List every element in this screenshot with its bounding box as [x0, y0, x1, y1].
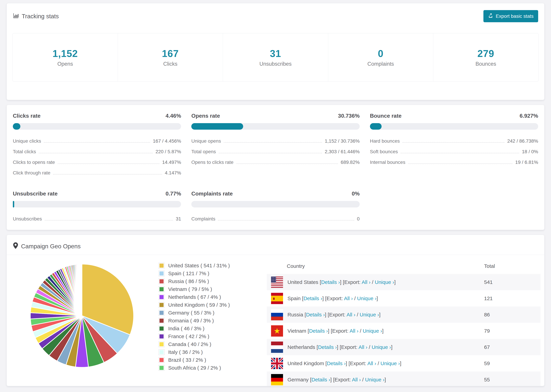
- legend-label: Germany ( 55 / 3% ): [168, 310, 214, 316]
- legend-label: Vietnam ( 79 / 5% ): [168, 286, 212, 292]
- details-link[interactable]: Details ›: [318, 344, 337, 350]
- rate-title: Bounce rate: [370, 113, 402, 119]
- stat-cell-opens: 1,152 Opens: [13, 33, 118, 81]
- rate-value: 0%: [352, 190, 360, 197]
- export-all-link[interactable]: All ›: [359, 344, 367, 350]
- tracking-stats-card: Tracking stats Export basic stats 1,152 …: [7, 3, 544, 100]
- legend-swatch: [159, 318, 164, 324]
- export-unique-link[interactable]: Unique ›: [357, 295, 376, 301]
- rate-stat-row: Unique clicks 167 / 4.456%: [13, 136, 181, 147]
- legend-item-in[interactable]: India ( 46 / 3% ): [159, 326, 263, 331]
- legend-label: United Kingdom ( 59 / 3% ): [168, 302, 230, 308]
- export-all-link[interactable]: All ›: [362, 279, 371, 285]
- rate-block-clicks-rate: Clicks rate 4.46% Unique clicks 167 / 4.…: [13, 113, 181, 178]
- export-unique-link[interactable]: Unique ›: [360, 312, 379, 317]
- rate-value: 4.46%: [166, 113, 181, 119]
- stat-value: 31: [270, 48, 281, 59]
- country-name: Germany [: [288, 377, 311, 382]
- geo-table-row-ru: Russia [Details ›] [Export: All › / Uniq…: [267, 307, 541, 323]
- details-link[interactable]: Details ›: [306, 312, 325, 317]
- geo-table-row-vn: ★ Vietnam [Details ›] [Export: All › / U…: [267, 323, 541, 339]
- rate-stat-label: Soft bounces: [370, 149, 398, 154]
- legend-item-us[interactable]: United States ( 541 / 31% ): [159, 263, 263, 268]
- rate-stat-value: 220 / 5.87%: [155, 149, 181, 154]
- export-unique-link[interactable]: Unique ›: [375, 279, 394, 285]
- rate-progress-track: [13, 201, 181, 207]
- legend-item-vn[interactable]: Vietnam ( 79 / 5% ): [159, 286, 263, 292]
- legend-label: Spain ( 121 / 7% ): [168, 271, 209, 276]
- bar-chart-icon: [13, 13, 19, 20]
- legend-swatch: [159, 357, 164, 363]
- export-all-link[interactable]: All ›: [346, 312, 355, 317]
- legend-item-fr[interactable]: France ( 42 / 2% ): [159, 334, 263, 339]
- rate-stat-row: Complaints 0: [191, 214, 360, 224]
- dotted-leader: [224, 142, 322, 143]
- details-link[interactable]: Details ›: [311, 377, 330, 382]
- export-unique-link[interactable]: Unique ›: [381, 361, 400, 366]
- legend-item-es[interactable]: Spain ( 121 / 7% ): [159, 271, 263, 276]
- legend-label: United States ( 541 / 31% ): [168, 263, 230, 268]
- rate-progress-fill: [191, 123, 243, 130]
- legend-swatch: [159, 302, 164, 308]
- export-unique-link[interactable]: Unique ›: [365, 377, 384, 382]
- export-all-link[interactable]: All ›: [352, 377, 361, 382]
- rate-stat-value: 14.497%: [162, 160, 181, 165]
- flag-spain: [271, 293, 283, 304]
- rate-stat-label: Total clicks: [13, 149, 36, 154]
- details-link[interactable]: Details ›: [304, 295, 322, 301]
- geo-header: Campaign Geo Opens: [7, 235, 544, 255]
- dotted-leader: [408, 163, 513, 164]
- stat-label: Bounces: [475, 61, 496, 67]
- legend-item-de[interactable]: Germany ( 55 / 3% ): [159, 310, 263, 316]
- geo-table-header: Country Total: [267, 258, 541, 274]
- rate-stat-value: 0: [357, 216, 360, 222]
- map-pin-icon: [13, 242, 18, 250]
- rate-progress-fill: [13, 201, 14, 207]
- legend-swatch: [159, 365, 164, 371]
- rates-grid: Clicks rate 4.46% Unique clicks 167 / 4.…: [7, 105, 544, 224]
- rate-stat-value: 689.82%: [341, 160, 360, 165]
- flag-united-states: [271, 277, 283, 288]
- stat-label: Complaints: [367, 61, 394, 67]
- legend-item-ca[interactable]: Canada ( 40 / 2% ): [159, 341, 263, 347]
- legend-item-it[interactable]: Italy ( 36 / 2% ): [159, 349, 263, 355]
- legend-item-br[interactable]: Brazil ( 33 / 2% ): [159, 357, 263, 363]
- rate-title: Unsubscribe rate: [13, 190, 57, 197]
- rate-stat-row: Internal bounces 19 / 6.81%: [370, 157, 538, 168]
- legend-swatch: [159, 263, 164, 268]
- geo-table-row-de: Germany [Details ›] [Export: All › / Uni…: [267, 371, 541, 386]
- geo-table-row-es: Spain [Details ›] [Export: All › / Uniqu…: [267, 290, 541, 307]
- geo-title: Campaign Geo Opens: [21, 243, 81, 250]
- legend-item-nl[interactable]: Netherlands ( 67 / 4% ): [159, 294, 263, 300]
- rate-block-opens-rate: Opens rate 30.736% Unique opens 1,152 / …: [191, 113, 360, 168]
- rate-progress-track: [191, 201, 360, 207]
- legend-item-ru[interactable]: Russia ( 86 / 5% ): [159, 279, 263, 284]
- dotted-leader: [219, 153, 322, 153]
- details-link[interactable]: Details ›: [309, 328, 328, 334]
- stat-value: 279: [477, 48, 494, 59]
- export-basic-stats-button[interactable]: Export basic stats: [483, 10, 538, 22]
- rate-stat-row: Soft bounces 18 / 0%: [370, 147, 538, 157]
- legend-item-ro[interactable]: Romania ( 49 / 3% ): [159, 318, 263, 324]
- rate-stat-value: 2,303 / 61.446%: [325, 149, 360, 154]
- stat-cell-bounces: 279 Bounces: [433, 33, 538, 81]
- flag-vietnam: ★: [271, 325, 283, 336]
- tracking-title-wrap: Tracking stats: [13, 13, 59, 20]
- rate-progress-track: [370, 123, 538, 130]
- export-all-link[interactable]: All ›: [367, 361, 376, 366]
- details-link[interactable]: Details ›: [327, 361, 346, 366]
- export-unique-link[interactable]: Unique ›: [372, 344, 391, 350]
- flag-united-kingdom: [271, 358, 283, 369]
- details-link[interactable]: Details ›: [321, 279, 340, 285]
- export-all-link[interactable]: All ›: [344, 295, 353, 301]
- rate-stat-row: Unique opens 1,152 / 30.736%: [191, 136, 360, 147]
- export-all-link[interactable]: All ›: [350, 328, 359, 334]
- legend-label: Canada ( 40 / 2% ): [168, 341, 211, 347]
- stat-value: 1,152: [53, 48, 78, 59]
- geo-table-row-nl: Netherlands [Details ›] [Export: All › /…: [267, 339, 541, 355]
- legend-item-gb[interactable]: United Kingdom ( 59 / 3% ): [159, 302, 263, 308]
- legend-item-za[interactable]: South Africa ( 29 / 2% ): [159, 365, 263, 371]
- export-unique-link[interactable]: Unique ›: [363, 328, 382, 334]
- rate-stat-value: 167 / 4.456%: [153, 138, 181, 144]
- flag-germany: [271, 374, 283, 385]
